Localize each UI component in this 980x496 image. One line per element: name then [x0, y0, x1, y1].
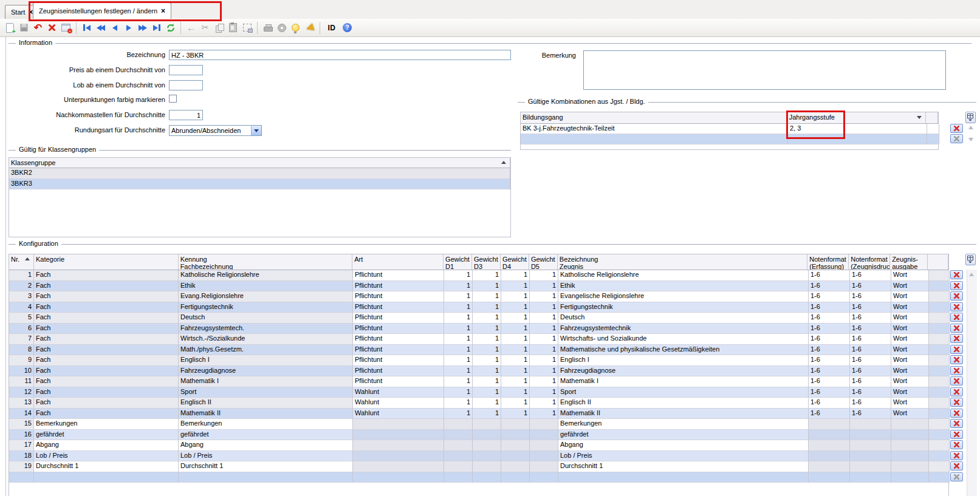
cell[interactable] — [501, 472, 530, 483]
cell[interactable] — [521, 134, 788, 144]
cell[interactable]: 1 — [473, 302, 501, 313]
cell[interactable]: 1-6 — [850, 291, 891, 302]
cell[interactable] — [927, 134, 939, 144]
cell[interactable] — [444, 451, 473, 462]
cell[interactable]: 1 — [444, 270, 473, 281]
cell[interactable]: 6 — [9, 324, 34, 335]
delete-row-button[interactable] — [950, 376, 963, 386]
cell[interactable]: 1 — [444, 355, 473, 366]
cell[interactable] — [891, 430, 929, 441]
cell[interactable] — [501, 451, 530, 462]
delete-row-button[interactable] — [950, 334, 963, 343]
delete-row-button[interactable] — [950, 355, 963, 364]
cell[interactable]: 3BKR2 — [9, 168, 510, 179]
delete-row-button[interactable] — [950, 291, 963, 301]
cell[interactable] — [530, 451, 558, 462]
cell[interactable] — [929, 430, 950, 441]
cell[interactable]: Abgang — [179, 440, 353, 451]
cell[interactable] — [473, 472, 501, 483]
cell[interactable]: 1-6 — [809, 345, 850, 356]
cell[interactable]: Pflichtunt — [353, 345, 444, 356]
cell[interactable]: Evang.Religionslehre — [179, 291, 353, 302]
cell[interactable]: 1-6 — [809, 324, 850, 335]
column-header[interactable]: KennungFachbezeichnung — [179, 254, 353, 270]
cell[interactable] — [929, 440, 950, 451]
cell[interactable]: Wort — [891, 345, 929, 356]
delete-row-button[interactable] — [950, 419, 963, 428]
cell[interactable]: 1 — [473, 376, 501, 387]
cell[interactable]: 1-6 — [850, 270, 891, 281]
cell[interactable] — [929, 270, 950, 281]
cell[interactable]: Pflichtunt — [353, 355, 444, 366]
delete-row-button[interactable] — [950, 387, 963, 396]
cell[interactable] — [929, 302, 950, 313]
cell[interactable]: Wort — [891, 291, 929, 302]
cell[interactable]: 1 — [444, 302, 473, 313]
cell[interactable]: 18 — [9, 451, 34, 462]
cell[interactable]: Wort — [891, 376, 929, 387]
cell[interactable]: Sport — [179, 387, 353, 398]
cell[interactable]: Englisch II — [558, 398, 809, 409]
cell[interactable]: 1-6 — [809, 334, 850, 345]
cell[interactable]: Pflichtunt — [353, 291, 444, 302]
rundungsart-select[interactable]: Abrunden/Abschneiden — [169, 125, 262, 136]
refresh-icon[interactable] — [164, 21, 177, 35]
cell[interactable]: 1 — [473, 366, 501, 377]
nachkommastellen-input[interactable] — [169, 110, 203, 120]
bemerkung-textarea[interactable] — [583, 50, 946, 90]
cell[interactable]: Mathematik I — [558, 376, 809, 387]
table-row[interactable]: 13FachEnglisch IIWahlunt1111Englisch II1… — [9, 398, 950, 409]
cell[interactable]: 1-6 — [850, 313, 891, 324]
cell[interactable] — [850, 461, 891, 472]
cell[interactable]: Deutsch — [179, 313, 353, 324]
cell[interactable]: 1 — [473, 281, 501, 292]
column-header[interactable]: BezeichnungZeugnis — [558, 254, 807, 270]
cell[interactable]: Wahlunt — [353, 398, 444, 409]
cell[interactable]: 1 — [501, 324, 530, 335]
table-row[interactable]: 11FachMathematik IPflichtunt1111Mathemat… — [9, 376, 950, 387]
print-icon[interactable] — [261, 21, 274, 35]
cell[interactable] — [444, 430, 473, 441]
cell[interactable]: 1 — [473, 270, 501, 281]
cell[interactable]: Englisch I — [179, 355, 353, 366]
cell[interactable]: 1 — [530, 387, 558, 398]
cell[interactable]: 1 — [444, 376, 473, 387]
cell[interactable] — [179, 472, 353, 483]
cell[interactable]: 1 — [473, 313, 501, 324]
last-record-icon[interactable] — [150, 21, 163, 35]
scroll-down-icon[interactable] — [968, 138, 973, 141]
cell[interactable]: 1 — [473, 334, 501, 345]
cell[interactable] — [850, 419, 891, 430]
cell[interactable]: 1 — [444, 366, 473, 377]
column-chooser-button[interactable] — [965, 254, 976, 265]
table-row[interactable]: 15BemerkungenBemerkungenBemerkungen — [9, 419, 950, 430]
cell[interactable]: 1 — [444, 281, 473, 292]
cell[interactable] — [809, 430, 850, 441]
cell[interactable]: gefährdet — [34, 430, 179, 441]
column-header[interactable]: Bildungsgang — [521, 112, 787, 123]
cell[interactable] — [850, 440, 891, 451]
table-row[interactable]: 5FachDeutschPflichtunt1111Deutsch1-61-6W… — [9, 313, 950, 324]
cell[interactable] — [891, 472, 929, 483]
cell[interactable]: Wort — [891, 355, 929, 366]
select-region-icon[interactable] — [241, 21, 253, 35]
cell[interactable]: Fach — [34, 302, 179, 313]
vertical-scrollbar[interactable] — [967, 270, 977, 496]
cell[interactable]: Fach — [34, 324, 179, 335]
preis-input[interactable] — [169, 65, 203, 75]
cell[interactable] — [929, 324, 950, 335]
cell[interactable]: 1-6 — [809, 409, 850, 420]
cell[interactable]: gefährdet — [558, 430, 809, 441]
cell[interactable]: 1 — [530, 376, 558, 387]
delete-row-button[interactable] — [950, 324, 963, 333]
cell[interactable]: Durchschnitt 1 — [558, 461, 809, 472]
cell[interactable]: 1 — [473, 345, 501, 356]
cell[interactable]: 8 — [9, 345, 34, 356]
cell[interactable]: Fach — [34, 409, 179, 420]
cell[interactable]: 1 — [501, 270, 530, 281]
table-row[interactable]: 4FachFertigungstechnikPflichtunt1111Fert… — [9, 302, 950, 313]
unterpunktungen-checkbox[interactable] — [169, 95, 177, 103]
cell[interactable]: Bemerkungen — [558, 419, 809, 430]
table-row-new[interactable] — [521, 134, 939, 144]
cell[interactable] — [850, 472, 891, 483]
